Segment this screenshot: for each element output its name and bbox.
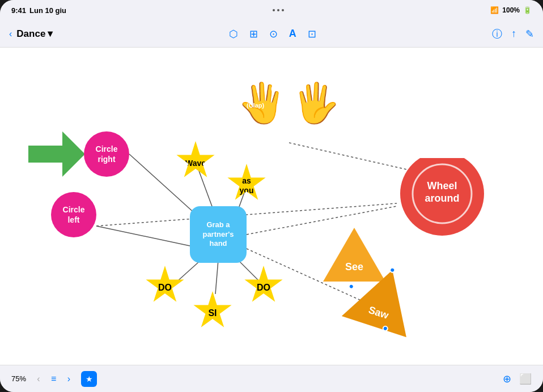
wifi-icon: 📶: [490, 6, 499, 14]
list-button[interactable]: ≡: [51, 374, 56, 384]
window-button[interactable]: ⬜: [519, 373, 532, 385]
svg-line-2: [96, 203, 397, 226]
battery-level: 100%: [502, 6, 520, 14]
zoom-controls: 75% ‹ ≡ › ★: [11, 371, 97, 387]
bottom-right: ⊕ ⬜: [503, 373, 532, 385]
svg-line-9: [289, 143, 414, 171]
upload-tool[interactable]: ⊙: [269, 28, 278, 40]
dropdown-icon: ▾: [48, 28, 53, 40]
status-center: [273, 9, 284, 11]
media-tool[interactable]: ⊡: [308, 28, 316, 40]
nav-forward-button[interactable]: ›: [61, 371, 77, 387]
shapes-tool[interactable]: ⬡: [229, 28, 238, 40]
node-wave[interactable]: Wave: [176, 141, 215, 181]
back-button[interactable]: ‹: [9, 29, 12, 39]
node-do-left[interactable]: DO: [145, 266, 185, 305]
node-circle-right[interactable]: Circleright: [84, 131, 129, 177]
dot3: [282, 9, 284, 11]
green-arrow: [28, 131, 85, 179]
date: Lun 10 giu: [29, 6, 66, 15]
status-bar: 9:41 Lun 10 giu 📶 100% 🔋: [0, 0, 543, 20]
zoom-level: 75%: [11, 374, 26, 383]
svg-line-6: [215, 260, 218, 294]
node-do-right[interactable]: DO: [244, 266, 283, 305]
svg-text:Wheel: Wheel: [427, 180, 457, 191]
star-button[interactable]: ★: [81, 371, 97, 387]
bottom-bar: 75% ‹ ≡ › ★ ⊕ ⬜: [0, 365, 543, 392]
toolbar-right: ⓘ ↑ ✎: [492, 27, 534, 41]
svg-line-1: [96, 226, 190, 246]
nav-back-button[interactable]: ‹: [31, 371, 46, 387]
table-tool[interactable]: ⊞: [249, 28, 258, 40]
share-button[interactable]: ↑: [511, 28, 516, 40]
toolbar-center: ⬡ ⊞ ⊙ A ⊡: [53, 28, 492, 40]
dot2: [277, 9, 279, 11]
node-circle-left[interactable]: Circleleft: [51, 192, 96, 237]
do-left-label: DO: [158, 283, 172, 293]
text-tool[interactable]: A: [289, 28, 296, 40]
time: 9:41: [11, 6, 26, 15]
toolbar: ‹ Dance ▾ ⬡ ⊞ ⊙ A ⊡ ⓘ ↑ ✎: [0, 20, 543, 48]
clap-right-label: (Clap): [271, 85, 289, 92]
star-icon: ★: [86, 374, 93, 384]
circle-right-label: Circleright: [96, 144, 118, 164]
clap-left-label: (Clap): [247, 102, 264, 109]
objects-button[interactable]: ⊕: [503, 373, 511, 385]
do-right-label: DO: [257, 283, 270, 293]
svg-text:around: around: [425, 193, 460, 204]
center-label: Grab a partner's hand: [202, 220, 234, 249]
svg-marker-11: [28, 131, 85, 177]
clap-hands: 🖐 🖐 (Clap) (Clap): [238, 80, 340, 126]
battery-icon: 🔋: [523, 6, 532, 14]
node-si[interactable]: SI: [193, 291, 232, 331]
node-center[interactable]: Grab a partner's hand: [190, 206, 247, 263]
app-title: Dance ▾: [16, 28, 53, 40]
ipad-frame: 9:41 Lun 10 giu 📶 100% 🔋 ‹ Dance ▾ ⬡ ⊞: [0, 0, 543, 392]
wheel-svg: Wheel around: [397, 158, 487, 249]
status-right: 📶 100% 🔋: [490, 6, 532, 14]
wave-label: Wave: [185, 159, 206, 168]
status-left: 9:41 Lun 10 giu: [11, 6, 66, 15]
info-button[interactable]: ⓘ: [492, 27, 502, 41]
dot1: [273, 9, 275, 11]
circle-left-label: Circleleft: [63, 204, 85, 225]
si-label: SI: [208, 308, 217, 318]
toolbar-left: ‹ Dance ▾: [9, 28, 53, 40]
node-wheel-around[interactable]: Wheel around: [397, 158, 487, 249]
title-text: Dance: [16, 28, 45, 40]
as-you-label: asyou: [240, 176, 254, 195]
canvas[interactable]: 🖐 🖐 (Clap) (Clap) Circleright Circleleft…: [0, 48, 543, 365]
node-as-you[interactable]: asyou: [227, 164, 266, 203]
edit-button[interactable]: ✎: [525, 28, 534, 40]
back-icon: ‹: [9, 29, 12, 39]
